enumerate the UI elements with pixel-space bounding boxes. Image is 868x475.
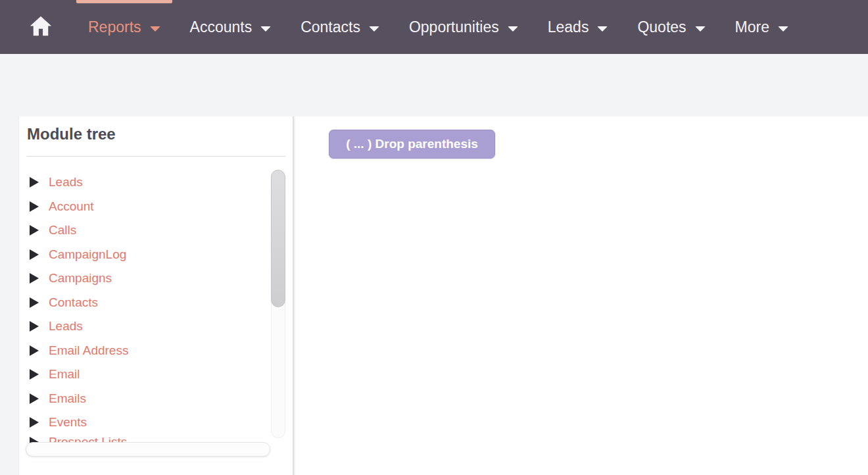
tree-item-emails[interactable]: Emails [30,387,266,411]
expand-arrow-icon[interactable] [30,297,39,308]
chevron-down-icon [369,26,379,32]
tree-item-label[interactable]: Emails [49,391,86,406]
tree-item-leads-2[interactable]: Leads [30,314,266,339]
tree-item-campaigns[interactable]: Campaigns [30,266,266,291]
tree-item-calls[interactable]: Calls [30,218,266,243]
home-button[interactable] [29,15,53,39]
nav-item-label: Quotes [637,18,686,36]
nav-item-label: Reports [88,18,141,36]
module-tree-panel: Module tree Leads Account Calls Campaign… [18,116,294,475]
expand-arrow-icon[interactable] [30,345,39,356]
tree-item-label[interactable]: Contacts [49,295,98,310]
tree-item-label[interactable]: Campaigns [49,271,112,286]
chevron-down-icon [150,26,160,32]
chevron-down-icon [695,26,706,32]
tree-item-leads[interactable]: Leads [30,170,266,195]
chevron-down-icon [597,26,608,32]
nav-items: Reports Accounts Contacts Opportunities … [76,0,806,54]
content-area: Module tree Leads Account Calls Campaign… [0,116,868,475]
vertical-scrollbar-track[interactable] [271,170,285,438]
main-nav: Reports Accounts Contacts Opportunities … [0,0,868,54]
nav-item-contacts[interactable]: Contacts [289,0,391,54]
tab-band: FIELDS CONDITIONS CHARTS [0,54,868,116]
nav-item-label: Accounts [190,18,253,36]
conditions-panel: ( ... ) Drop parenthesis [295,116,868,475]
nav-item-quotes[interactable]: Quotes [625,0,717,54]
tree-item-email-address[interactable]: Email Address [30,339,266,363]
nav-item-reports[interactable]: Reports [76,0,172,54]
tree-item-label[interactable]: Events [49,415,87,430]
expand-arrow-icon[interactable] [30,273,39,284]
tree-item-contacts[interactable]: Contacts [30,291,266,315]
tree-item-label[interactable]: Leads [49,175,83,189]
tree-item-label[interactable]: Email [49,367,80,382]
expand-arrow-icon[interactable] [30,321,39,332]
expand-arrow-icon[interactable] [30,225,39,236]
expand-arrow-icon[interactable] [30,201,39,212]
nav-item-accounts[interactable]: Accounts [178,0,283,54]
expand-arrow-icon[interactable] [30,249,39,260]
tree-item-account[interactable]: Account [30,195,266,219]
home-icon [30,16,52,38]
tree-item-label[interactable]: Email Address [49,343,128,358]
expand-arrow-icon[interactable] [30,177,39,188]
horizontal-scrollbar[interactable] [26,442,270,457]
nav-item-label: Contacts [301,18,360,36]
module-tree-list: Leads Account Calls CampaignLog Campaign… [30,170,266,454]
tree-item-label[interactable]: Leads [49,319,83,334]
expand-arrow-icon[interactable] [30,393,39,404]
panel-divider [27,156,285,157]
tree-item-label[interactable]: CampaignLog [49,247,126,262]
tree-item-campaignlog[interactable]: CampaignLog [30,243,266,267]
expand-arrow-icon[interactable] [30,369,39,380]
drop-parenthesis-button[interactable]: ( ... ) Drop parenthesis [329,130,495,159]
nav-item-label: Opportunities [409,18,499,36]
tree-item-email[interactable]: Email [30,362,266,387]
nav-item-label: Leads [548,18,589,36]
expand-arrow-icon[interactable] [30,417,39,428]
module-tree-title: Module tree [27,125,116,143]
chevron-down-icon [508,26,518,32]
tree-item-label[interactable]: Calls [49,223,76,238]
nav-item-leads[interactable]: Leads [536,0,620,54]
nav-item-opportunities[interactable]: Opportunities [397,0,530,54]
chevron-down-icon [778,26,788,32]
vertical-scrollbar-thumb[interactable] [271,170,285,307]
chevron-down-icon [260,26,271,32]
tree-item-label[interactable]: Account [49,199,94,214]
nav-item-more[interactable]: More [723,0,800,54]
nav-item-label: More [735,18,769,36]
